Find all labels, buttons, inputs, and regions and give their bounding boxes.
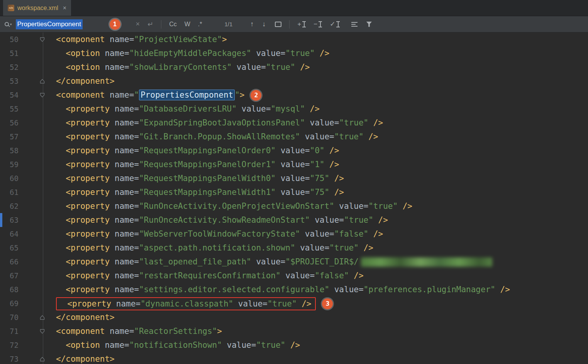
code-text: <property name="RunOnceActivity.ShowRead… [46, 213, 588, 227]
filter-icon[interactable] [366, 22, 372, 27]
remove-occurrence-icon[interactable]: − [313, 20, 322, 28]
fold-space [40, 162, 45, 167]
gutter: 72 [0, 341, 46, 349]
code-line-62[interactable]: 62 <property name="RunOnceActivity.OpenP… [0, 199, 588, 213]
code-line-69[interactable]: 69 <property name="dynamic.classpath" va… [0, 296, 588, 310]
xml-file-icon [8, 5, 14, 11]
fold-close-icon[interactable] [40, 357, 45, 362]
code-line-70[interactable]: 70</component> [0, 310, 588, 324]
regex-toggle[interactable]: .* [198, 21, 202, 28]
fold-space [40, 245, 45, 251]
next-occurrence-button[interactable]: ↓ [262, 20, 266, 28]
code-line-50[interactable]: 50<component name="ProjectViewState"> [0, 32, 588, 46]
gutter: 70 [0, 313, 46, 322]
code-line-73[interactable]: 73</component> [0, 352, 588, 364]
search-match-highlight: PropertiesComponent [139, 90, 235, 100]
code-line-68[interactable]: 68 <property name="settings.editor.selec… [0, 283, 588, 296]
code-line-61[interactable]: 61 <property name="RequestMappingsPanelW… [0, 185, 588, 199]
code-line-51[interactable]: 51 <option name="hideEmptyMiddlePackages… [0, 46, 588, 60]
add-occurrence-icon[interactable]: + [297, 20, 306, 28]
chevron-down-icon: ▾ [10, 22, 12, 26]
gutter: 54 [0, 91, 46, 99]
find-bar: ▾ PropertiesComponent 1 × ↵ Cc W .* 1/1 … [0, 16, 588, 32]
fold-open-icon[interactable] [40, 93, 45, 98]
search-input[interactable]: PropertiesComponent [16, 19, 103, 29]
code-line-53[interactable]: 53</component> [0, 74, 588, 88]
code-line-63[interactable]: 63 <property name="RunOnceActivity.ShowR… [0, 213, 588, 227]
tab-workspace-xml[interactable]: workspace.xml × [3, 0, 71, 16]
fold-space [40, 176, 45, 181]
gutter: 61 [0, 188, 46, 196]
code-text: <property name="RunOnceActivity.OpenProj… [46, 199, 588, 213]
gutter: 66 [0, 257, 46, 266]
fold-open-icon[interactable] [40, 329, 45, 334]
gutter: 58 [0, 146, 46, 155]
code-line-59[interactable]: 59 <property name="RequestMappingsPanelO… [0, 157, 588, 171]
prev-occurrence-button[interactable]: ↑ [250, 20, 254, 28]
fold-space [40, 120, 45, 125]
code-line-57[interactable]: 57 <property name="Git.Branch.Popup.Show… [0, 130, 588, 144]
code-line-55[interactable]: 55 <property name="DatabaseDriversLRU" v… [0, 102, 588, 116]
gutter: 71 [0, 327, 46, 335]
code-text: <option name="notificationShown" value="… [46, 338, 588, 352]
editor[interactable]: 50<component name="ProjectViewState">51 … [0, 32, 588, 364]
code-line-72[interactable]: 72 <option name="notificationShown" valu… [0, 338, 588, 352]
code-text: <component name="PropertiesComponent">2 [46, 88, 588, 102]
line-number: 61 [0, 188, 19, 196]
code-line-56[interactable]: 56 <property name="ExpandSpringBootJavaO… [0, 116, 588, 130]
match-case-toggle[interactable]: Cc [169, 21, 177, 28]
fold-close-icon[interactable] [40, 315, 45, 320]
magnifier-icon [5, 22, 9, 26]
gutter: 50 [0, 35, 46, 44]
line-number: 53 [0, 77, 19, 85]
code-line-52[interactable]: 52 <option name="showLibraryContents" va… [0, 60, 588, 74]
code-line-54[interactable]: 54<component name="PropertiesComponent">… [0, 88, 588, 102]
gutter: 65 [0, 244, 46, 252]
code-text: <property name="DatabaseDriversLRU" valu… [46, 102, 588, 116]
line-number: 57 [0, 132, 19, 141]
code-line-60[interactable]: 60 <property name="RequestMappingsPanelW… [0, 171, 588, 185]
line-number: 64 [0, 230, 19, 238]
code-text: <property name="RequestMappingsPanelWidt… [46, 171, 588, 185]
preserve-case-lines-icon[interactable] [351, 22, 358, 27]
gutter: 52 [0, 63, 46, 71]
select-all-occurrences-icon[interactable]: ✓ [330, 20, 340, 28]
code-line-58[interactable]: 58 <property name="RequestMappingsPanelO… [0, 144, 588, 157]
caret-ibeam-icon [302, 21, 306, 27]
fold-open-icon[interactable] [40, 37, 45, 42]
line-number: 59 [0, 160, 19, 169]
words-toggle[interactable]: W [185, 21, 190, 28]
line-number: 50 [0, 35, 19, 44]
code-text: <property name="RequestMappingsPanelOrde… [46, 144, 588, 157]
code-text: <property name="dynamic.classpath" value… [46, 296, 588, 310]
line-number: 72 [0, 341, 19, 349]
code-text: <property name="Git.Branch.Popup.ShowAll… [46, 130, 588, 144]
fold-space [40, 204, 45, 209]
newline-icon[interactable]: ↵ [147, 20, 153, 29]
gutter: 62 [0, 202, 46, 210]
redacted-path-blur [361, 257, 492, 267]
line-number: 67 [0, 271, 19, 280]
code-line-65[interactable]: 65 <property name="aspect.path.notificat… [0, 241, 588, 255]
gutter: 67 [0, 271, 46, 280]
code-line-66[interactable]: 66 <property name="last_opened_file_path… [0, 255, 588, 269]
code-line-64[interactable]: 64 <property name="WebServerToolWindowFa… [0, 227, 588, 241]
tab-close-icon[interactable]: × [63, 5, 66, 12]
search-icon[interactable]: ▾ [5, 22, 12, 26]
code-line-71[interactable]: 71<component name="ReactorSettings"> [0, 324, 588, 338]
code-line-67[interactable]: 67 <property name="restartRequiresConfir… [0, 269, 588, 283]
clear-search-icon[interactable]: × [136, 20, 140, 28]
search-in-selection-icon[interactable] [275, 22, 281, 27]
fold-space [40, 65, 45, 70]
gutter: 53 [0, 77, 46, 85]
code-text: <property name="settings.editor.selected… [46, 283, 588, 296]
minus-icon: − [313, 20, 317, 28]
code-text: <property name="restartRequiresConfirmat… [46, 269, 588, 283]
code-text: <property name="WebServerToolWindowFacto… [46, 227, 588, 241]
code-text: </component> [46, 352, 588, 364]
fold-close-icon[interactable] [40, 79, 45, 84]
fold-space [40, 343, 45, 348]
line-number: 69 [0, 299, 19, 308]
fold-space [40, 218, 45, 223]
fold-space [40, 273, 45, 278]
